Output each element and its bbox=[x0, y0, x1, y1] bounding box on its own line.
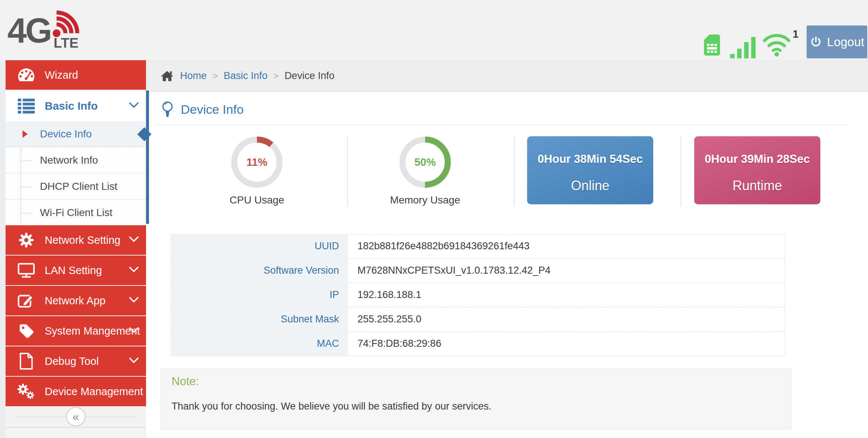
sidebar-item-label: Basic Info bbox=[45, 100, 98, 112]
sidebar-collapse-button[interactable]: « bbox=[66, 407, 85, 426]
online-time-value: 0Hour 38Min 54Sec bbox=[527, 153, 653, 166]
sidebar-nav: Wizard Basic Info Device Info Network In… bbox=[6, 60, 146, 438]
breadcrumb: Home > Basic Info > Device Info bbox=[146, 60, 868, 92]
table-row: Software Version M7628NNxCPETSxUI_v1.0.1… bbox=[171, 258, 785, 283]
submenu-item-wifi-client-list[interactable]: Wi-Fi Client List bbox=[6, 200, 146, 225]
tag-icon bbox=[17, 323, 36, 339]
logo-4g-text: 4G bbox=[7, 13, 51, 48]
row-value-subnet-mask: 255.255.255.0 bbox=[348, 308, 785, 331]
breadcrumb-separator: > bbox=[213, 71, 218, 81]
edit-icon bbox=[17, 292, 36, 309]
row-value-uuid: 182b881f26e4882b69184369261fe443 bbox=[348, 235, 785, 258]
memory-usage-gauge: 50% Memory Usage bbox=[353, 134, 497, 206]
active-caret-icon bbox=[23, 130, 28, 138]
note-body: Thank you for choosing. We believe you w… bbox=[172, 401, 491, 412]
gears-icon bbox=[17, 383, 36, 400]
logout-button[interactable]: Logout bbox=[807, 25, 867, 58]
table-row: UUID 182b881f26e4882b69184369261fe443 bbox=[171, 235, 785, 258]
power-icon bbox=[810, 36, 822, 48]
sidebar-item-network-app[interactable]: Network App bbox=[6, 286, 146, 315]
wifi-status-icon bbox=[762, 32, 792, 57]
memory-usage-label: Memory Usage bbox=[353, 194, 497, 206]
sidebar-item-label: Device Management bbox=[45, 386, 143, 398]
submenu-label: Device Info bbox=[40, 128, 92, 140]
row-label-ip: IP bbox=[171, 283, 348, 307]
chevron-down-icon bbox=[129, 297, 139, 304]
row-label-uuid: UUID bbox=[171, 235, 348, 258]
sidebar-item-lan-setting[interactable]: LAN Setting bbox=[6, 256, 146, 285]
note-box: Note: Thank you for choosing. We believe… bbox=[161, 369, 791, 429]
sidebar-item-label: Network Setting bbox=[45, 234, 121, 246]
page-title-row: Device Info bbox=[162, 101, 244, 118]
sidebar-item-label: Debug Tool bbox=[45, 355, 99, 367]
lightbulb-icon bbox=[162, 101, 173, 118]
sidebar-item-basic-info[interactable]: Basic Info bbox=[6, 90, 146, 121]
content-panel: Device Info 11% CPU Usage 50% bbox=[146, 92, 868, 438]
submenu-item-device-info[interactable]: Device Info bbox=[6, 121, 146, 147]
sidebar-item-network-setting[interactable]: Network Setting bbox=[6, 225, 146, 255]
left-page-gutter bbox=[0, 60, 6, 438]
submenu-item-dhcp-client-list[interactable]: DHCP Client List bbox=[6, 174, 146, 200]
active-group-indicator-bar bbox=[146, 90, 149, 224]
sidebar-item-wizard[interactable]: Wizard bbox=[6, 60, 146, 90]
online-card-label: Online bbox=[527, 178, 653, 194]
chevron-down-icon bbox=[129, 102, 139, 110]
runtime-card: 0Hour 39Min 28Sec Runtime bbox=[694, 136, 820, 204]
wifi-client-count-badge: 1 bbox=[793, 28, 799, 40]
divider bbox=[514, 136, 515, 206]
chevron-down-icon bbox=[129, 267, 139, 274]
top-header-bar: 4G LTE 1 bbox=[0, 0, 868, 60]
breadcrumb-separator: > bbox=[274, 71, 279, 81]
row-value-software-version: M7628NNxCPETSxUI_v1.0.1783.12.42_P4 bbox=[348, 259, 785, 283]
divider bbox=[347, 136, 348, 206]
file-icon bbox=[17, 353, 36, 370]
home-icon bbox=[161, 71, 173, 82]
breadcrumb-link-home[interactable]: Home bbox=[180, 70, 207, 82]
dashboard-icon bbox=[17, 67, 36, 83]
row-label-mac: MAC bbox=[171, 332, 348, 356]
monitor-icon bbox=[17, 263, 36, 278]
gear-icon bbox=[17, 232, 36, 249]
note-title: Note: bbox=[172, 375, 199, 388]
list-icon bbox=[17, 98, 36, 114]
chevron-down-icon bbox=[129, 327, 139, 335]
memory-usage-value: 50% bbox=[397, 134, 453, 190]
breadcrumb-current-page: Device Info bbox=[285, 70, 335, 82]
submenu-label: Wi-Fi Client List bbox=[40, 207, 112, 218]
sidebar-item-label: Network App bbox=[45, 295, 105, 307]
sidebar-item-debug-tool[interactable]: Debug Tool bbox=[6, 346, 146, 376]
breadcrumb-link-basic-info[interactable]: Basic Info bbox=[224, 70, 268, 82]
tree-stub bbox=[21, 187, 32, 187]
sidebar-item-label: System Mangement bbox=[45, 325, 140, 337]
row-value-ip: 192.168.188.1 bbox=[348, 283, 785, 307]
basic-info-submenu: Device Info Network Info DHCP Client Lis… bbox=[6, 121, 146, 225]
submenu-item-network-info[interactable]: Network Info bbox=[6, 147, 146, 174]
chevron-down-icon bbox=[129, 236, 139, 244]
row-label-software-version: Software Version bbox=[171, 259, 348, 283]
main-area: Home > Basic Info > Device Info Device I… bbox=[146, 60, 868, 438]
page-title: Device Info bbox=[181, 102, 244, 117]
divider bbox=[156, 124, 849, 125]
submenu-label: Network Info bbox=[40, 154, 98, 166]
sidebar-item-system-management[interactable]: System Mangement bbox=[6, 316, 146, 346]
online-time-card: 0Hour 38Min 54Sec Online bbox=[527, 136, 653, 204]
row-value-mac: 74:F8:DB:68:29:86 bbox=[348, 332, 785, 356]
runtime-value: 0Hour 39Min 28Sec bbox=[694, 153, 820, 166]
row-label-subnet-mask: Subnet Mask bbox=[171, 308, 348, 331]
cpu-usage-value: 11% bbox=[229, 134, 285, 190]
runtime-card-label: Runtime bbox=[694, 178, 820, 194]
sidebar-item-label: Wizard bbox=[45, 69, 78, 81]
sim-card-icon bbox=[703, 34, 720, 56]
tree-stub bbox=[21, 213, 32, 213]
signal-strength-icon bbox=[730, 36, 757, 58]
sidebar-collapse-panel: « bbox=[6, 407, 146, 428]
table-row: IP 192.168.188.1 bbox=[171, 283, 785, 307]
sidebar-item-device-management[interactable]: Device Management bbox=[6, 377, 146, 406]
tree-stub bbox=[21, 160, 32, 161]
sidebar-item-label: LAN Setting bbox=[45, 264, 102, 277]
submenu-label: DHCP Client List bbox=[40, 181, 118, 192]
cpu-usage-label: CPU Usage bbox=[181, 194, 333, 206]
chevron-down-icon bbox=[129, 357, 139, 365]
memory-donut-chart: 50% bbox=[397, 134, 453, 190]
table-row: Subnet Mask 255.255.255.0 bbox=[171, 307, 785, 331]
